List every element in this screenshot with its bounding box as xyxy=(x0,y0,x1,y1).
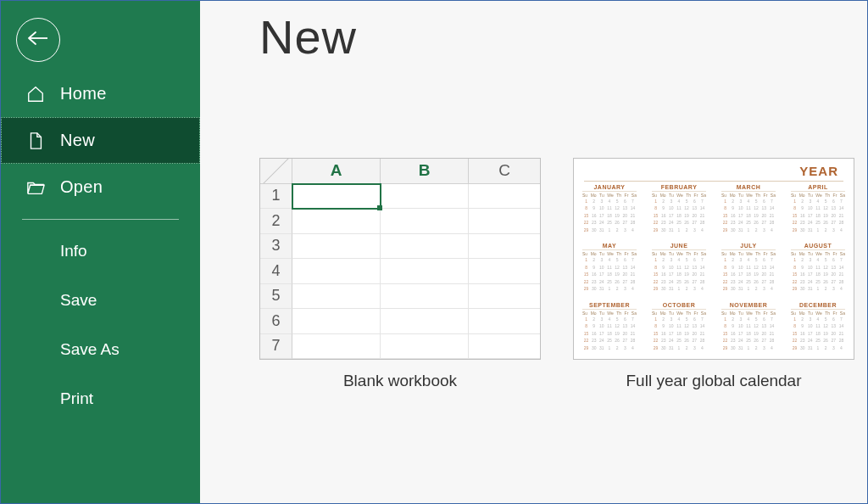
row-header: 7 xyxy=(260,334,292,360)
calendar-year-label: YEAR xyxy=(799,164,838,178)
calendar-month: APRILSuMoTuWeThFrSa123456789101112131415… xyxy=(791,184,845,234)
month-name: JUNE xyxy=(652,243,706,250)
active-cell xyxy=(292,184,381,210)
calendar-month: SEPTEMBERSuMoTuWeThFrSa12345678910111213… xyxy=(582,302,637,352)
calendar-month: JUNESuMoTuWeThFrSa1234567891011121314151… xyxy=(652,243,706,293)
month-name: MAY xyxy=(582,243,637,250)
sidebar-item-label: New xyxy=(60,131,95,150)
sidebar-divider xyxy=(22,219,179,220)
col-header: B xyxy=(381,159,469,184)
days-grid: 1234567891011121314151617181920212223242… xyxy=(791,316,845,352)
back-button[interactable] xyxy=(16,18,60,62)
weekday-row: SuMoTuWeThFrSa xyxy=(791,310,845,316)
days-grid: 1234567891011121314151617181920212223242… xyxy=(652,316,706,352)
col-header: C xyxy=(469,159,540,184)
calendar-months-grid: JANUARYSuMoTuWeThFrSa1234567891011121314… xyxy=(582,184,845,352)
sidebar-item-open[interactable]: Open xyxy=(1,164,200,210)
days-grid: 1234567891011121314151617181920212223242… xyxy=(652,257,706,293)
sidebar-item-home[interactable]: Home xyxy=(1,70,200,117)
weekday-row: SuMoTuWeThFrSa xyxy=(652,250,706,257)
spreadsheet-preview: A B C 1 2 3 4 5 6 7 xyxy=(260,159,540,359)
calendar-month: JULYSuMoTuWeThFrSa1234567891011121314151… xyxy=(721,243,776,293)
calendar-month: MARCHSuMoTuWeThFrSa123456789101112131415… xyxy=(721,184,776,234)
days-grid: 1234567891011121314151617181920212223242… xyxy=(791,199,845,234)
weekday-row: SuMoTuWeThFrSa xyxy=(582,192,637,199)
select-all-corner xyxy=(260,159,292,184)
row-header: 6 xyxy=(260,309,292,334)
backstage-sidebar: Home New Open Info Save Save As Print xyxy=(1,1,200,503)
days-grid: 1234567891011121314151617181920212223242… xyxy=(582,316,637,352)
weekday-row: SuMoTuWeThFrSa xyxy=(721,192,776,199)
days-grid: 1234567891011121314151617181920212223242… xyxy=(721,316,776,352)
days-grid: 1234567891011121314151617181920212223242… xyxy=(721,257,776,293)
calendar-month: DECEMBERSuMoTuWeThFrSa123456789101112131… xyxy=(791,302,845,352)
days-grid: 1234567891011121314151617181920212223242… xyxy=(721,199,776,234)
month-name: OCTOBER xyxy=(652,302,706,310)
sidebar-item-print[interactable]: Print xyxy=(1,374,200,423)
template-gallery: A B C 1 2 3 4 5 6 7 xyxy=(259,158,867,390)
calendar-month: JANUARYSuMoTuWeThFrSa1234567891011121314… xyxy=(582,184,637,234)
month-name: MARCH xyxy=(721,184,776,192)
page-title: New xyxy=(259,9,867,64)
calendar-month: MAYSuMoTuWeThFrSa12345678910111213141516… xyxy=(582,243,637,293)
month-name: DECEMBER xyxy=(791,302,845,310)
month-name: NOVEMBER xyxy=(721,302,776,310)
calendar-month: NOVEMBERSuMoTuWeThFrSa123456789101112131… xyxy=(721,302,776,352)
sidebar-item-label: Home xyxy=(60,84,107,104)
weekday-row: SuMoTuWeThFrSa xyxy=(582,310,637,316)
month-name: AUGUST xyxy=(791,243,845,250)
calendar-divider xyxy=(584,181,843,182)
row-header: 4 xyxy=(260,259,292,284)
home-icon xyxy=(26,85,45,104)
weekday-row: SuMoTuWeThFrSa xyxy=(652,310,706,316)
sidebar-item-save-as[interactable]: Save As xyxy=(1,325,200,374)
month-name: FEBRUARY xyxy=(652,184,706,192)
days-grid: 1234567891011121314151617181920212223242… xyxy=(652,199,706,234)
weekday-row: SuMoTuWeThFrSa xyxy=(582,250,637,257)
month-name: JANUARY xyxy=(582,184,637,192)
template-full-year-calendar[interactable]: YEAR JANUARYSuMoTuWeThFrSa12345678910111… xyxy=(573,158,854,390)
month-name: APRIL xyxy=(791,184,845,192)
sidebar-item-label: Save As xyxy=(60,340,120,358)
new-page: New A B C 1 2 xyxy=(200,1,867,503)
weekday-row: SuMoTuWeThFrSa xyxy=(791,192,845,199)
template-thumbnail: YEAR JANUARYSuMoTuWeThFrSa12345678910111… xyxy=(573,158,854,360)
folder-open-icon xyxy=(26,178,45,197)
sidebar-item-label: Save xyxy=(60,291,97,309)
row-header: 1 xyxy=(260,184,292,210)
calendar-month: FEBRUARYSuMoTuWeThFrSa123456789101112131… xyxy=(652,184,706,234)
days-grid: 1234567891011121314151617181920212223242… xyxy=(582,199,637,234)
sidebar-item-save[interactable]: Save xyxy=(1,276,200,325)
weekday-row: SuMoTuWeThFrSa xyxy=(652,192,706,199)
weekday-row: SuMoTuWeThFrSa xyxy=(791,250,845,257)
arrow-left-icon xyxy=(27,31,49,49)
sidebar-item-label: Open xyxy=(60,177,103,197)
col-header: A xyxy=(292,159,381,184)
sidebar-item-new[interactable]: New xyxy=(1,117,200,164)
row-header: 5 xyxy=(260,284,292,310)
calendar-month: AUGUSTSuMoTuWeThFrSa12345678910111213141… xyxy=(791,243,845,293)
template-thumbnail: A B C 1 2 3 4 5 6 7 xyxy=(259,158,541,360)
calendar-preview: YEAR JANUARYSuMoTuWeThFrSa12345678910111… xyxy=(574,159,854,359)
sidebar-item-label: Print xyxy=(60,389,93,407)
template-caption: Blank workbook xyxy=(259,372,541,390)
weekday-row: SuMoTuWeThFrSa xyxy=(721,250,776,257)
month-name: JULY xyxy=(721,243,776,250)
sidebar-item-info[interactable]: Info xyxy=(1,227,200,276)
template-caption: Full year global calendar xyxy=(573,372,854,390)
month-name: SEPTEMBER xyxy=(582,302,637,310)
row-header: 3 xyxy=(260,234,292,260)
file-icon xyxy=(26,132,45,150)
days-grid: 1234567891011121314151617181920212223242… xyxy=(791,257,845,293)
weekday-row: SuMoTuWeThFrSa xyxy=(721,310,776,316)
days-grid: 1234567891011121314151617181920212223242… xyxy=(582,257,637,293)
template-blank-workbook[interactable]: A B C 1 2 3 4 5 6 7 xyxy=(259,158,541,390)
calendar-month: OCTOBERSuMoTuWeThFrSa1234567891011121314… xyxy=(652,302,706,352)
sidebar-item-label: Info xyxy=(60,242,87,260)
row-header: 2 xyxy=(260,209,292,234)
